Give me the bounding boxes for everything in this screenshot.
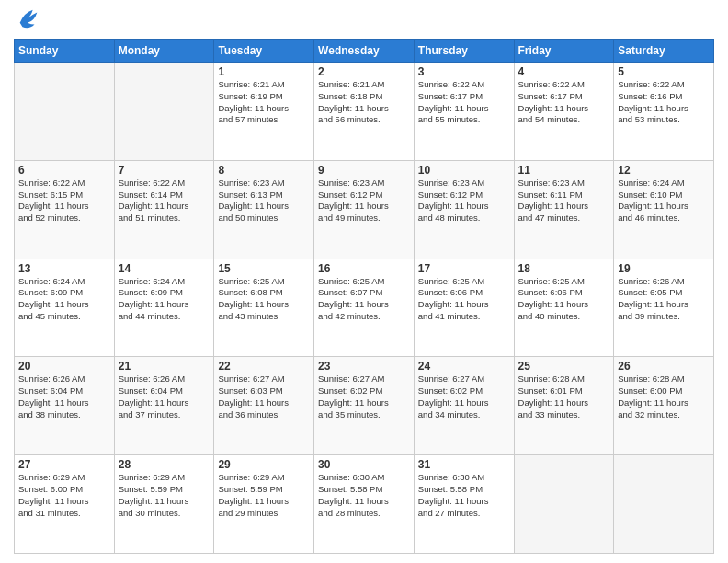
day-number: 28: [119, 458, 210, 471]
day-info: Sunrise: 6:23 AM Sunset: 6:12 PM Dayligh…: [418, 178, 510, 224]
day-info: Sunrise: 6:22 AM Sunset: 6:17 PM Dayligh…: [418, 79, 510, 126]
calendar-cell: 7Sunrise: 6:22 AM Sunset: 6:14 PM Daylig…: [114, 160, 214, 259]
calendar-cell: 23Sunrise: 6:27 AM Sunset: 6:02 PM Dayli…: [314, 357, 415, 455]
calendar-cell: [614, 455, 714, 554]
day-number: 17: [418, 262, 510, 275]
calendar-cell: 18Sunrise: 6:25 AM Sunset: 6:06 PM Dayli…: [514, 259, 614, 357]
day-number: 31: [418, 458, 510, 471]
calendar-cell: 26Sunrise: 6:28 AM Sunset: 6:00 PM Dayli…: [614, 357, 714, 455]
day-number: 8: [218, 164, 310, 177]
day-info: Sunrise: 6:23 AM Sunset: 6:12 PM Dayligh…: [318, 178, 410, 224]
day-number: 25: [518, 360, 610, 373]
weekday-header-friday: Friday: [514, 40, 614, 63]
day-info: Sunrise: 6:25 AM Sunset: 6:06 PM Dayligh…: [418, 276, 510, 323]
calendar-cell: 24Sunrise: 6:27 AM Sunset: 6:02 PM Dayli…: [414, 357, 514, 455]
calendar-table: SundayMondayTuesdayWednesdayThursdayFrid…: [14, 39, 714, 554]
calendar-cell: [514, 455, 614, 554]
day-number: 22: [218, 360, 310, 373]
day-info: Sunrise: 6:26 AM Sunset: 6:04 PM Dayligh…: [18, 373, 110, 420]
calendar-cell: 12Sunrise: 6:24 AM Sunset: 6:10 PM Dayli…: [614, 160, 714, 259]
calendar-cell: 29Sunrise: 6:29 AM Sunset: 5:59 PM Dayli…: [214, 455, 314, 554]
day-info: Sunrise: 6:29 AM Sunset: 6:00 PM Dayligh…: [18, 472, 110, 519]
calendar-cell: 14Sunrise: 6:24 AM Sunset: 6:09 PM Dayli…: [114, 259, 214, 357]
calendar-cell: 17Sunrise: 6:25 AM Sunset: 6:06 PM Dayli…: [414, 259, 514, 357]
calendar-cell: 2Sunrise: 6:21 AM Sunset: 6:18 PM Daylig…: [314, 63, 415, 161]
calendar-week-row: 1Sunrise: 6:21 AM Sunset: 6:19 PM Daylig…: [15, 63, 714, 161]
calendar-cell: 16Sunrise: 6:25 AM Sunset: 6:07 PM Dayli…: [314, 259, 415, 357]
day-number: 6: [18, 164, 110, 177]
day-info: Sunrise: 6:23 AM Sunset: 6:13 PM Dayligh…: [218, 178, 310, 224]
day-number: 9: [318, 164, 410, 177]
day-number: 21: [119, 360, 210, 373]
calendar-cell: 3Sunrise: 6:22 AM Sunset: 6:17 PM Daylig…: [414, 63, 514, 161]
day-number: 24: [418, 360, 510, 373]
logo-bird-icon: [16, 6, 41, 31]
calendar-cell: 27Sunrise: 6:29 AM Sunset: 6:00 PM Dayli…: [15, 455, 115, 554]
day-number: 14: [119, 262, 210, 275]
calendar-cell: 25Sunrise: 6:28 AM Sunset: 6:01 PM Dayli…: [514, 357, 614, 455]
weekday-header-monday: Monday: [114, 40, 214, 63]
day-number: 29: [218, 458, 310, 471]
day-number: 23: [318, 360, 410, 373]
day-number: 27: [18, 458, 110, 471]
weekday-header-tuesday: Tuesday: [214, 40, 314, 63]
calendar-cell: 5Sunrise: 6:22 AM Sunset: 6:16 PM Daylig…: [614, 63, 714, 161]
day-info: Sunrise: 6:27 AM Sunset: 6:02 PM Dayligh…: [318, 373, 410, 420]
day-info: Sunrise: 6:28 AM Sunset: 6:01 PM Dayligh…: [518, 373, 610, 420]
calendar-cell: 19Sunrise: 6:26 AM Sunset: 6:05 PM Dayli…: [614, 259, 714, 357]
logo: [14, 13, 41, 31]
day-number: 26: [618, 360, 710, 373]
day-number: 11: [518, 164, 610, 177]
day-number: 12: [618, 164, 710, 177]
day-number: 18: [518, 262, 610, 275]
day-info: Sunrise: 6:27 AM Sunset: 6:03 PM Dayligh…: [218, 373, 310, 420]
calendar-cell: 4Sunrise: 6:22 AM Sunset: 6:17 PM Daylig…: [514, 63, 614, 161]
calendar-cell: 22Sunrise: 6:27 AM Sunset: 6:03 PM Dayli…: [214, 357, 314, 455]
day-info: Sunrise: 6:22 AM Sunset: 6:15 PM Dayligh…: [18, 178, 110, 224]
day-number: 3: [418, 65, 510, 78]
day-number: 2: [318, 65, 410, 78]
calendar-week-row: 13Sunrise: 6:24 AM Sunset: 6:09 PM Dayli…: [15, 259, 714, 357]
day-number: 30: [318, 458, 410, 471]
day-info: Sunrise: 6:28 AM Sunset: 6:00 PM Dayligh…: [618, 373, 710, 420]
day-info: Sunrise: 6:25 AM Sunset: 6:08 PM Dayligh…: [218, 276, 310, 323]
calendar-week-row: 20Sunrise: 6:26 AM Sunset: 6:04 PM Dayli…: [15, 357, 714, 455]
day-number: 16: [318, 262, 410, 275]
calendar-cell: 8Sunrise: 6:23 AM Sunset: 6:13 PM Daylig…: [214, 160, 314, 259]
calendar-cell: 1Sunrise: 6:21 AM Sunset: 6:19 PM Daylig…: [214, 63, 314, 161]
page-container: SundayMondayTuesdayWednesdayThursdayFrid…: [0, 0, 728, 563]
day-info: Sunrise: 6:30 AM Sunset: 5:58 PM Dayligh…: [318, 472, 410, 519]
day-number: 4: [518, 65, 610, 78]
calendar-cell: 20Sunrise: 6:26 AM Sunset: 6:04 PM Dayli…: [15, 357, 115, 455]
day-info: Sunrise: 6:24 AM Sunset: 6:10 PM Dayligh…: [618, 178, 710, 224]
day-info: Sunrise: 6:26 AM Sunset: 6:05 PM Dayligh…: [618, 276, 710, 323]
calendar-cell: 13Sunrise: 6:24 AM Sunset: 6:09 PM Dayli…: [15, 259, 115, 357]
calendar-cell: 6Sunrise: 6:22 AM Sunset: 6:15 PM Daylig…: [15, 160, 115, 259]
day-info: Sunrise: 6:21 AM Sunset: 6:19 PM Dayligh…: [218, 79, 310, 126]
day-info: Sunrise: 6:22 AM Sunset: 6:16 PM Dayligh…: [618, 79, 710, 126]
calendar-week-row: 6Sunrise: 6:22 AM Sunset: 6:15 PM Daylig…: [15, 160, 714, 259]
calendar-cell: 11Sunrise: 6:23 AM Sunset: 6:11 PM Dayli…: [514, 160, 614, 259]
day-info: Sunrise: 6:27 AM Sunset: 6:02 PM Dayligh…: [418, 373, 510, 420]
calendar-cell: 9Sunrise: 6:23 AM Sunset: 6:12 PM Daylig…: [314, 160, 415, 259]
weekday-header-thursday: Thursday: [414, 40, 514, 63]
calendar-week-row: 27Sunrise: 6:29 AM Sunset: 6:00 PM Dayli…: [15, 455, 714, 554]
day-info: Sunrise: 6:25 AM Sunset: 6:06 PM Dayligh…: [518, 276, 610, 323]
day-number: 15: [218, 262, 310, 275]
day-info: Sunrise: 6:26 AM Sunset: 6:04 PM Dayligh…: [119, 373, 210, 420]
calendar-cell: 15Sunrise: 6:25 AM Sunset: 6:08 PM Dayli…: [214, 259, 314, 357]
day-info: Sunrise: 6:30 AM Sunset: 5:58 PM Dayligh…: [418, 472, 510, 519]
header: [14, 9, 714, 31]
calendar-cell: 31Sunrise: 6:30 AM Sunset: 5:58 PM Dayli…: [414, 455, 514, 554]
weekday-header-wednesday: Wednesday: [314, 40, 415, 63]
day-number: 7: [119, 164, 210, 177]
calendar-cell: 30Sunrise: 6:30 AM Sunset: 5:58 PM Dayli…: [314, 455, 415, 554]
day-info: Sunrise: 6:24 AM Sunset: 6:09 PM Dayligh…: [18, 276, 110, 323]
day-number: 10: [418, 164, 510, 177]
calendar-cell: 21Sunrise: 6:26 AM Sunset: 6:04 PM Dayli…: [114, 357, 214, 455]
day-number: 5: [618, 65, 710, 78]
weekday-header-sunday: Sunday: [15, 40, 115, 63]
day-info: Sunrise: 6:22 AM Sunset: 6:17 PM Dayligh…: [518, 79, 610, 126]
day-info: Sunrise: 6:24 AM Sunset: 6:09 PM Dayligh…: [119, 276, 210, 323]
day-number: 19: [618, 262, 710, 275]
